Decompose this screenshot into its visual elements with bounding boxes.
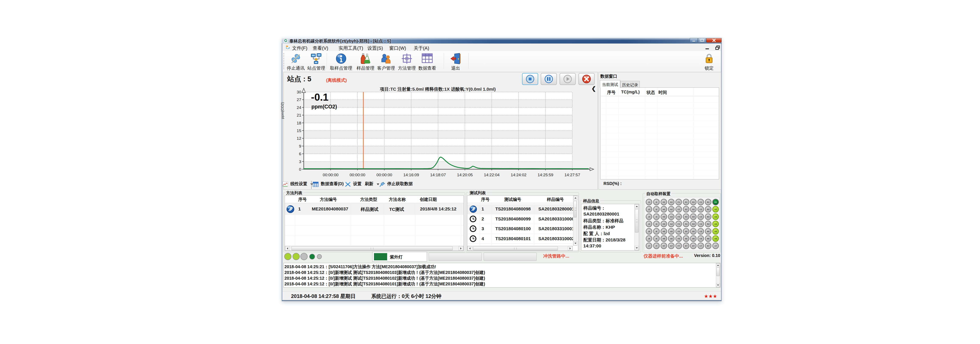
- chart-pause-button[interactable]: [541, 73, 557, 85]
- scroll-right-icon[interactable]: [460, 247, 461, 250]
- sample-vscroll-thumb[interactable]: [635, 209, 638, 232]
- ml-hscroll-thumb[interactable]: [291, 246, 453, 250]
- menu-about[interactable]: 关于(A): [414, 45, 429, 51]
- well-C1[interactable]: C1: [697, 199, 704, 205]
- well-H5[interactable]: H5: [660, 228, 667, 235]
- well-D6[interactable]: D6: [690, 235, 697, 242]
- well-A2[interactable]: A2: [712, 206, 719, 213]
- well-G4[interactable]: G4: [668, 221, 675, 227]
- data-view-d-button[interactable]: 数据查看(D): [313, 181, 344, 189]
- scrollbar-button[interactable]: [468, 246, 472, 251]
- linear-settings-button[interactable]: 线性设置: [282, 181, 313, 189]
- well-B3[interactable]: B3: [705, 213, 711, 220]
- scrollbar-button[interactable]: [568, 246, 573, 251]
- mdi-minimize-button[interactable]: [705, 48, 709, 49]
- refresh-button[interactable]: 刷新: [365, 181, 379, 189]
- well-F2[interactable]: F2: [675, 206, 682, 213]
- well-B6[interactable]: B6: [705, 235, 711, 242]
- well-H3[interactable]: H3: [660, 213, 667, 220]
- scroll-up-icon[interactable]: [717, 265, 719, 266]
- well-I5[interactable]: I5: [653, 228, 660, 235]
- test-row[interactable]: 3TS201804080100SA201803310001: [467, 224, 573, 234]
- well-F7[interactable]: F7: [675, 243, 682, 249]
- well-C2[interactable]: C2: [697, 206, 704, 213]
- well-F5[interactable]: F5: [675, 228, 682, 235]
- scroll-down-icon[interactable]: [574, 243, 576, 244]
- well-E7[interactable]: E7: [683, 243, 689, 249]
- scroll-up-icon[interactable]: [574, 197, 576, 198]
- well-D2[interactable]: D2: [690, 206, 697, 213]
- toolbar-station-management[interactable]: 站点管理: [305, 52, 328, 70]
- well-I7[interactable]: I7: [653, 243, 660, 249]
- well-A5[interactable]: A5: [712, 228, 719, 235]
- tl-vscrollbar[interactable]: [573, 195, 577, 246]
- well-J4[interactable]: J4: [646, 221, 652, 227]
- toolbar-data-view[interactable]: 数据查看: [415, 52, 439, 70]
- tl-vscroll-thumb[interactable]: [574, 201, 576, 218]
- scrollbar-button[interactable]: [635, 246, 639, 250]
- well-D3[interactable]: D3: [690, 213, 697, 220]
- well-A1[interactable]: A1: [712, 199, 719, 205]
- well-D5[interactable]: D5: [690, 228, 697, 235]
- log-vscrollbar[interactable]: [716, 263, 720, 287]
- scroll-left-icon[interactable]: [287, 247, 288, 250]
- well-G1[interactable]: G1: [668, 199, 675, 205]
- well-I2[interactable]: I2: [653, 206, 660, 213]
- toolbar-stop-communication[interactable]: 停止通讯: [284, 52, 307, 70]
- well-G5[interactable]: G5: [668, 228, 675, 235]
- tl-hscrollbar[interactable]: [467, 246, 573, 251]
- tl-hscroll-thumb[interactable]: [473, 246, 558, 250]
- menu-settings[interactable]: 设置(S): [368, 45, 383, 51]
- well-A4[interactable]: A4: [712, 221, 719, 227]
- well-D1[interactable]: D1: [690, 199, 697, 205]
- test-row[interactable]: 2TS201804080099SA201803310000: [467, 214, 573, 224]
- well-B4[interactable]: B4: [705, 221, 711, 227]
- tab-history[interactable]: 历史记录: [620, 81, 640, 88]
- minimize-button[interactable]: [690, 38, 698, 43]
- well-E1[interactable]: E1: [683, 199, 689, 205]
- well-G6[interactable]: G6: [668, 235, 675, 242]
- scroll-up-icon[interactable]: [636, 206, 638, 207]
- well-C3[interactable]: C3: [697, 213, 704, 220]
- well-J3[interactable]: J3: [646, 213, 652, 220]
- chart-play-button[interactable]: [560, 73, 576, 85]
- maximize-button[interactable]: [698, 38, 706, 43]
- scrollbar-button[interactable]: [573, 196, 578, 200]
- well-H6[interactable]: H6: [660, 235, 667, 242]
- test-row[interactable]: 4TS201804080101SA201803310002: [467, 234, 573, 244]
- well-F3[interactable]: F3: [675, 213, 682, 220]
- well-A3[interactable]: A3: [712, 213, 719, 220]
- test-row[interactable]: 1TS201804080098SA201803280001: [467, 204, 573, 214]
- well-H2[interactable]: H2: [660, 206, 667, 213]
- well-H7[interactable]: H7: [660, 243, 667, 249]
- scroll-right-icon[interactable]: [570, 247, 571, 250]
- well-E2[interactable]: E2: [683, 206, 689, 213]
- well-F6[interactable]: F6: [675, 235, 682, 242]
- well-C4[interactable]: C4: [697, 221, 704, 227]
- well-G3[interactable]: G3: [668, 213, 675, 220]
- scroll-left-icon[interactable]: [469, 247, 471, 250]
- menu-tools[interactable]: 实用工具(T): [339, 45, 363, 51]
- well-G7[interactable]: G7: [668, 243, 675, 249]
- sample-vscrollbar[interactable]: [635, 204, 639, 250]
- method-row[interactable]: 1ME201804080037样品测试TC测试2018/4/8 14:25:12: [285, 203, 463, 215]
- well-J7[interactable]: J7: [646, 243, 652, 249]
- toolbar-sample-management[interactable]: 样品管理: [354, 52, 377, 70]
- scrollbar-button[interactable]: [573, 241, 578, 245]
- well-J5[interactable]: J5: [646, 228, 652, 235]
- well-I4[interactable]: I4: [653, 221, 660, 227]
- well-I6[interactable]: I6: [653, 235, 660, 242]
- scroll-down-icon[interactable]: [717, 285, 719, 286]
- toolbar-customer-management[interactable]: 客户管理: [374, 52, 398, 70]
- well-E6[interactable]: E6: [683, 235, 689, 242]
- well-A7[interactable]: A7: [712, 243, 719, 249]
- toolbar-method-management[interactable]: 方法管理: [395, 52, 418, 70]
- toolbar-exit[interactable]: 退出: [444, 52, 467, 70]
- scroll-down-icon[interactable]: [636, 247, 638, 249]
- log-vscroll-thumb[interactable]: [716, 267, 720, 276]
- well-E4[interactable]: E4: [683, 221, 689, 227]
- well-C5[interactable]: C5: [697, 228, 704, 235]
- well-I3[interactable]: I3: [653, 213, 660, 220]
- well-E5[interactable]: E5: [683, 228, 689, 235]
- scrollbar-button[interactable]: [635, 204, 639, 208]
